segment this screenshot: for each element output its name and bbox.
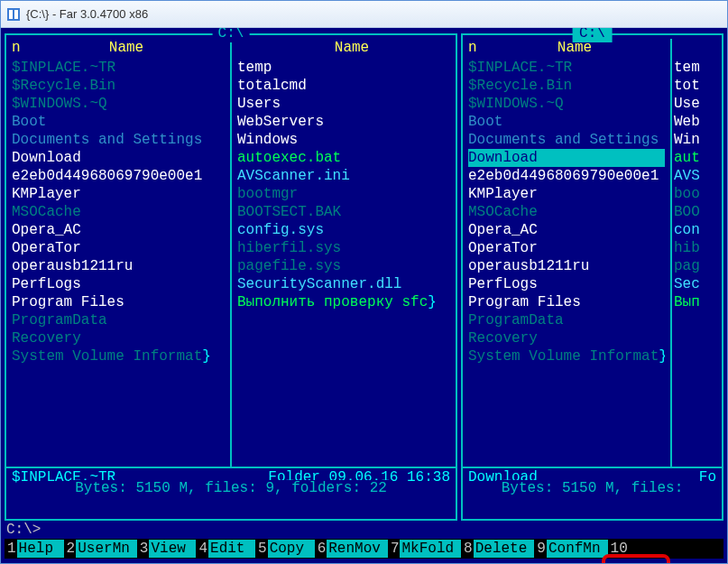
- list-item[interactable]: PerfLogs: [12, 275, 225, 293]
- list-item[interactable]: $Recycle.Bin: [468, 77, 665, 95]
- list-item[interactable]: bootmgr: [237, 185, 450, 203]
- list-item[interactable]: Boot: [468, 113, 665, 131]
- list-item[interactable]: Web: [674, 113, 705, 131]
- list-item[interactable]: Documents and Settings: [468, 131, 665, 149]
- list-item[interactable]: $INPLACE.~TR: [12, 59, 225, 77]
- list-item[interactable]: Sec: [674, 275, 705, 293]
- list-item[interactable]: MSOCache: [12, 203, 225, 221]
- list-item[interactable]: Program Files: [468, 293, 665, 311]
- list-item[interactable]: System Volume Informat}: [468, 347, 665, 365]
- list-item[interactable]: pagefile.sys: [237, 257, 450, 275]
- list-item[interactable]: AVScanner.ini: [237, 167, 450, 185]
- list-item[interactable]: BOOTSECT.BAK: [237, 203, 450, 221]
- list-item[interactable]: ProgramData: [12, 311, 225, 329]
- fkey-7[interactable]: 7MkFold: [388, 539, 461, 559]
- list-item[interactable]: hiberfil.sys: [237, 239, 450, 257]
- fkey-9[interactable]: 9ConfMn: [534, 539, 607, 559]
- list-item[interactable]: Boot: [12, 113, 225, 131]
- list-item[interactable]: pag: [674, 257, 705, 275]
- list-item[interactable]: ProgramData: [468, 311, 665, 329]
- fkey-8[interactable]: 8Delete: [461, 539, 534, 559]
- window-title: {C:\} - Far 3.0.4700 x86: [26, 7, 148, 21]
- column-header[interactable]: Name: [237, 39, 450, 57]
- column-header[interactable]: n Name: [12, 39, 225, 57]
- list-item[interactable]: MSOCache: [468, 203, 665, 221]
- list-item[interactable]: tot: [674, 77, 705, 95]
- list-item[interactable]: Win: [674, 131, 705, 149]
- right-summary: Bytes: 5150 M, files:: [463, 486, 722, 504]
- right-col-a: n Name $INPLACE.~TR$Recycle.Bin$WINDOWS.…: [463, 39, 670, 467]
- svg-rect-1: [9, 10, 13, 19]
- fkey-4[interactable]: 4Edit: [196, 539, 255, 559]
- list-item[interactable]: OperaTor: [12, 239, 225, 257]
- list-item[interactable]: totalcmd: [237, 77, 450, 95]
- list-item[interactable]: operausb1211ru: [468, 257, 665, 275]
- list-item[interactable]: Выполнить проверку sfc}: [237, 293, 450, 311]
- fkey-5[interactable]: 5Copy: [255, 539, 315, 559]
- column-header[interactable]: n Name: [468, 39, 665, 57]
- list-item[interactable]: Download: [468, 149, 665, 167]
- fkey-3[interactable]: 3View: [137, 539, 197, 559]
- list-item[interactable]: config.sys: [237, 221, 450, 239]
- list-item[interactable]: Program Files: [12, 293, 225, 311]
- list-item[interactable]: Windows: [237, 131, 450, 149]
- list-item[interactable]: temp: [237, 59, 450, 77]
- right-panel[interactable]: C:\ n Name $INPLACE.~TR$Recycle.Bin$WIND…: [461, 33, 723, 521]
- list-item[interactable]: e2eb0d44968069790e00e1: [468, 167, 665, 185]
- list-item[interactable]: autoexec.bat: [237, 149, 450, 167]
- list-item[interactable]: WebServers: [237, 113, 450, 131]
- list-item[interactable]: AVS: [674, 167, 705, 185]
- column-header[interactable]: [674, 39, 705, 57]
- app-icon: [6, 7, 21, 22]
- terminal-area: C:\ n Name $INPLACE.~TR$Recycle.Bin$WIND…: [1, 28, 727, 563]
- list-item[interactable]: operausb1211ru: [12, 257, 225, 275]
- fkey-6[interactable]: 6RenMov: [315, 539, 388, 559]
- right-col-b: temtotUseWebWinautAVSbooBOOconhibpagSecВ…: [670, 39, 706, 467]
- list-item[interactable]: SecurityScanner.dll: [237, 275, 450, 293]
- list-item[interactable]: OperaTor: [468, 239, 665, 257]
- list-item[interactable]: Opera_AC: [468, 221, 665, 239]
- list-item[interactable]: $Recycle.Bin: [12, 77, 225, 95]
- left-panel[interactable]: C:\ n Name $INPLACE.~TR$Recycle.Bin$WIND…: [5, 33, 457, 521]
- list-item[interactable]: Opera_AC: [12, 221, 225, 239]
- list-item[interactable]: $WINDOWS.~Q: [468, 95, 665, 113]
- list-item[interactable]: Recovery: [468, 329, 665, 347]
- list-item[interactable]: boo: [674, 185, 705, 203]
- command-line[interactable]: C:\>: [5, 521, 723, 539]
- list-item[interactable]: $INPLACE.~TR: [468, 59, 665, 77]
- list-item[interactable]: BOO: [674, 203, 705, 221]
- list-item[interactable]: hib: [674, 239, 705, 257]
- list-item[interactable]: KMPlayer: [12, 185, 225, 203]
- app-window: {C:\} - Far 3.0.4700 x86 C:\ n Name $INP…: [0, 0, 728, 564]
- list-item[interactable]: tem: [674, 59, 705, 77]
- list-item[interactable]: e2eb0d44968069790e00e1: [12, 167, 225, 185]
- fkey-2[interactable]: 2UserMn: [64, 539, 137, 559]
- right-panel-title[interactable]: C:\: [572, 28, 613, 42]
- titlebar[interactable]: {C:\} - Far 3.0.4700 x86: [1, 1, 727, 28]
- svg-rect-2: [14, 10, 18, 19]
- list-item[interactable]: Download: [12, 149, 225, 167]
- list-item[interactable]: Documents and Settings: [12, 131, 225, 149]
- fkey-1[interactable]: 1Help: [5, 539, 64, 559]
- left-panel-title[interactable]: C:\: [213, 28, 250, 42]
- list-item[interactable]: KMPlayer: [468, 185, 665, 203]
- fkey-10[interactable]: 10: [608, 539, 676, 559]
- list-item[interactable]: aut: [674, 149, 705, 167]
- list-item[interactable]: con: [674, 221, 705, 239]
- list-item[interactable]: System Volume Informat}: [12, 347, 225, 365]
- keybar: 1Help2UserMn3View4Edit5Copy6RenMov7MkFol…: [5, 539, 723, 559]
- left-summary: Bytes: 5150 M, files: 9, folders: 22: [6, 486, 456, 504]
- list-item[interactable]: Вып: [674, 293, 705, 311]
- left-col-a: n Name $INPLACE.~TR$Recycle.Bin$WINDOWS.…: [6, 39, 230, 467]
- list-item[interactable]: Users: [237, 95, 450, 113]
- list-item[interactable]: $WINDOWS.~Q: [12, 95, 225, 113]
- left-col-b: Name temptotalcmdUsersWebServersWindowsa…: [230, 39, 456, 467]
- list-item[interactable]: Recovery: [12, 329, 225, 347]
- list-item[interactable]: PerfLogs: [468, 275, 665, 293]
- list-item[interactable]: Use: [674, 95, 705, 113]
